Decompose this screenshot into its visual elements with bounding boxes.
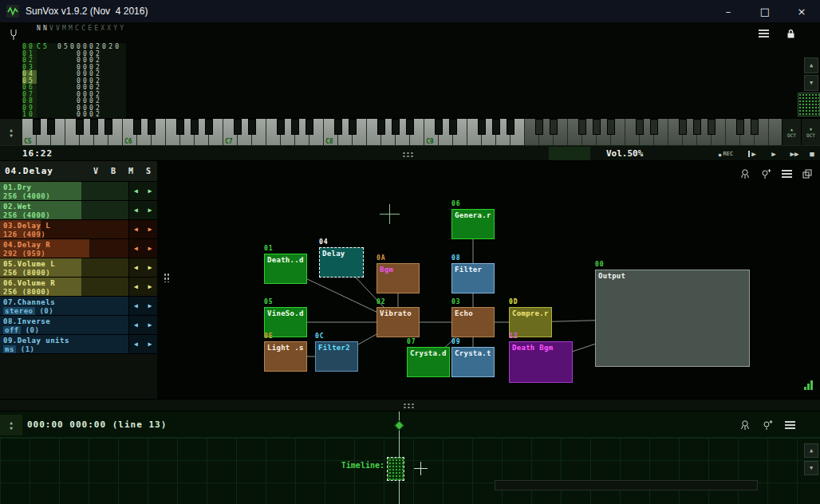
module-output[interactable]: Output [595,270,750,367]
module-genera-r[interactable]: Genera.r [451,209,495,239]
decrease-arrow[interactable]: ◀ [134,245,138,252]
pattern-row[interactable]: 09 0002 [22,104,150,112]
black-key[interactable] [148,119,156,135]
pattern-row[interactable]: 10 0002 [22,111,150,118]
black-key[interactable] [650,119,658,135]
decrease-arrow[interactable]: ◀ [134,187,138,195]
black-key[interactable] [33,119,41,135]
controller-item[interactable]: 03.Delay L126 (409)◀▶ [0,220,157,239]
timeline-scroll-button[interactable]: ▲▼ [0,415,22,435]
note-cell[interactable] [37,57,57,64]
black-key[interactable] [306,119,313,135]
minimize-button[interactable]: – [710,0,747,22]
forward-button[interactable]: ▶▶ [785,146,804,162]
controller-item[interactable]: 01.Dry256 (4000)◀▶ [0,182,157,201]
black-key[interactable] [636,119,644,135]
controller-item[interactable]: 02.Wet256 (4000)◀▶ [0,201,157,220]
octave-down-button[interactable]: ▼ OCT [801,118,820,145]
black-key[interactable] [550,119,558,135]
black-key[interactable] [248,119,256,135]
note-cell[interactable] [37,97,57,104]
timeline-scroll-up-button[interactable]: ▲ [804,443,818,458]
controller-item[interactable]: 09.Delay unitsms (1)◀▶ [0,335,157,354]
black-key[interactable] [205,119,213,135]
transport-drag-handle[interactable] [402,152,413,158]
module-canvas[interactable]: 01Death..d04Delay0ABgm06Genera.r08Filter… [157,161,820,399]
note-cell[interactable] [37,70,57,77]
canvas-menu-icon[interactable] [777,165,796,183]
black-key[interactable] [76,119,84,135]
module-vibrato[interactable]: Vibrato [376,307,420,337]
timeline-scroll-down-button[interactable]: ▼ [804,461,818,475]
play-button[interactable]: ▶ [764,146,783,162]
increase-arrow[interactable]: ▶ [148,264,152,271]
decrease-arrow[interactable]: ◀ [134,302,138,309]
decrease-arrow[interactable]: ◀ [134,207,138,214]
pattern-row[interactable]: 06 0002 [22,84,150,91]
timeline-grid[interactable] [0,437,820,504]
black-key[interactable] [492,119,500,135]
module-death-bgm[interactable]: Death Bgm [509,341,573,383]
black-key[interactable] [708,119,716,135]
volume-slider[interactable] [549,147,590,160]
module-connect-icon[interactable] [735,165,755,183]
module-filter2[interactable]: Filter2 [315,341,358,372]
lock-icon[interactable] [780,25,801,42]
white-key[interactable] [769,119,782,145]
note-cell[interactable] [37,91,57,98]
black-key[interactable] [334,119,342,135]
module-delay[interactable]: Delay [319,247,364,278]
black-key[interactable] [535,119,543,135]
black-key[interactable] [478,119,486,135]
pattern-row[interactable]: 05 0002 [22,77,150,85]
level-meter-icon[interactable] [799,376,818,394]
increase-arrow[interactable]: ▶ [148,245,152,252]
hex-cell[interactable]: 0002 [57,70,126,77]
black-key[interactable] [234,119,242,135]
increase-arrow[interactable]: ▶ [148,321,152,329]
timeline-add-icon[interactable] [758,416,777,434]
pattern-preview-thumbnail[interactable] [798,93,820,116]
close-button[interactable]: × [783,0,820,22]
hex-cell[interactable]: 0002 [57,104,126,112]
black-key[interactable] [435,119,443,135]
note-cell[interactable]: C5 [37,43,57,50]
hex-cell[interactable]: 0002 [57,111,126,118]
black-key[interactable] [349,119,357,135]
increase-arrow[interactable]: ▶ [148,226,152,233]
decrease-arrow[interactable]: ◀ [134,283,138,290]
black-key[interactable] [406,119,414,135]
play-from-start-button[interactable]: ▶ [742,146,763,162]
black-key[interactable] [751,119,759,135]
keyboard-scroll-button[interactable]: ▲▼ [0,118,22,145]
module-light-s[interactable]: Light .s [264,341,307,372]
pattern-row[interactable]: 04 0002 [22,70,150,77]
module-death-d[interactable]: Death..d [264,254,307,284]
black-key[interactable] [392,119,400,135]
timeline-pattern-block[interactable] [388,458,404,480]
main-menu-icon[interactable] [3,26,24,42]
controller-item[interactable]: 05.Volume L256 (8000)◀▶ [0,258,157,278]
pattern-scroll-down-button[interactable]: ▼ [804,75,818,91]
increase-arrow[interactable]: ▶ [148,187,152,195]
note-cell[interactable] [37,50,57,57]
module-filter[interactable]: Filter [451,263,495,293]
note-cell[interactable] [37,77,57,85]
module-echo[interactable]: Echo [451,307,495,337]
controller-item[interactable]: 04.Delay R292 (959)◀▶ [0,239,157,258]
hex-cell[interactable]: 0002 [57,84,126,91]
pattern-scroll-up-button[interactable]: ▲ [804,57,818,73]
hex-cell[interactable]: 0002 [57,50,126,57]
black-key[interactable] [104,119,112,135]
black-key[interactable] [507,119,514,135]
black-key[interactable] [593,119,601,135]
timeline-resize-handle[interactable] [403,403,414,409]
decrease-arrow[interactable]: ◀ [134,226,138,233]
black-key[interactable] [736,119,744,135]
black-key[interactable] [133,119,141,135]
timeline-menu-icon[interactable] [780,416,799,434]
pattern-row[interactable]: 01 0002 [22,50,150,57]
stop-button[interactable]: ■ [804,146,820,162]
black-key[interactable] [377,119,385,135]
hex-cell[interactable]: 0002 [57,97,126,104]
